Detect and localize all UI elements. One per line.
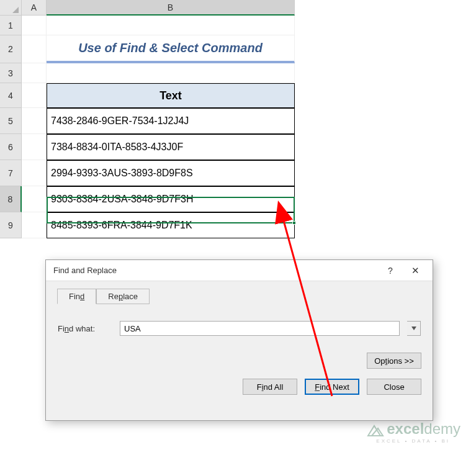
find-what-dropdown[interactable]: [407, 321, 421, 336]
find-next-button[interactable]: Find Next: [305, 379, 359, 395]
row-header-1[interactable]: 1: [0, 16, 22, 35]
svg-marker-5: [372, 428, 383, 436]
row-header-6[interactable]: 6: [0, 134, 22, 160]
options-button[interactable]: Options >>: [367, 353, 421, 369]
row-header-7[interactable]: 7: [0, 160, 22, 186]
row-header-9[interactable]: 9: [0, 212, 22, 238]
select-all-corner[interactable]: [0, 0, 22, 16]
dialog-title: Find and Replace: [53, 266, 378, 275]
find-panel: Find what:: [46, 304, 433, 341]
watermark: exceldemy EXCEL • DATA • BI: [366, 420, 460, 444]
find-replace-dialog: Find and Replace ? ✕ Find Replace Find w…: [45, 259, 433, 421]
row-header-8[interactable]: 8: [0, 186, 22, 212]
chevron-down-icon: [411, 327, 416, 330]
tab-find[interactable]: Find: [57, 289, 96, 304]
find-what-label: Find what:: [58, 324, 112, 333]
cell-grid[interactable]: Use of Find & Select Command Text 7438-2…: [22, 16, 295, 238]
find-all-button[interactable]: Find All: [243, 379, 297, 395]
row-header-5[interactable]: 5: [0, 108, 22, 134]
dialog-titlebar[interactable]: Find and Replace ? ✕: [46, 260, 433, 281]
dialog-help-button[interactable]: ?: [378, 266, 403, 276]
table-row[interactable]: 7384-8834-0ITA-8583-4J3J0F: [47, 134, 295, 160]
title-cell[interactable]: Use of Find & Select Command: [47, 35, 295, 63]
table-row[interactable]: 9303-8384-2USA-3848-9D7F3H: [47, 186, 295, 212]
col-header-B[interactable]: B: [47, 0, 295, 16]
table-header[interactable]: Text: [47, 83, 295, 108]
tab-row: Find Replace: [57, 289, 433, 304]
svg-marker-4: [368, 426, 380, 436]
row-header-2[interactable]: 2: [0, 35, 22, 63]
col-header-A[interactable]: A: [22, 0, 47, 16]
table-row[interactable]: 2994-9393-3AUS-3893-8D9F8S: [47, 160, 295, 186]
logo-icon: [366, 425, 384, 438]
row-header-4[interactable]: 4: [0, 83, 22, 108]
svg-marker-1: [411, 327, 416, 330]
close-button[interactable]: Close: [367, 379, 421, 395]
tab-replace[interactable]: Replace: [96, 289, 150, 304]
svg-marker-0: [12, 7, 19, 13]
table-row[interactable]: 7438-2846-9GER-7534-1J2J4J: [47, 108, 295, 134]
row-header-3[interactable]: 3: [0, 63, 22, 83]
find-what-input[interactable]: [120, 321, 400, 336]
dialog-close-button[interactable]: ✕: [403, 265, 428, 276]
table-row[interactable]: 8485-8393-6FRA-3844-9D7F1K: [47, 212, 295, 238]
